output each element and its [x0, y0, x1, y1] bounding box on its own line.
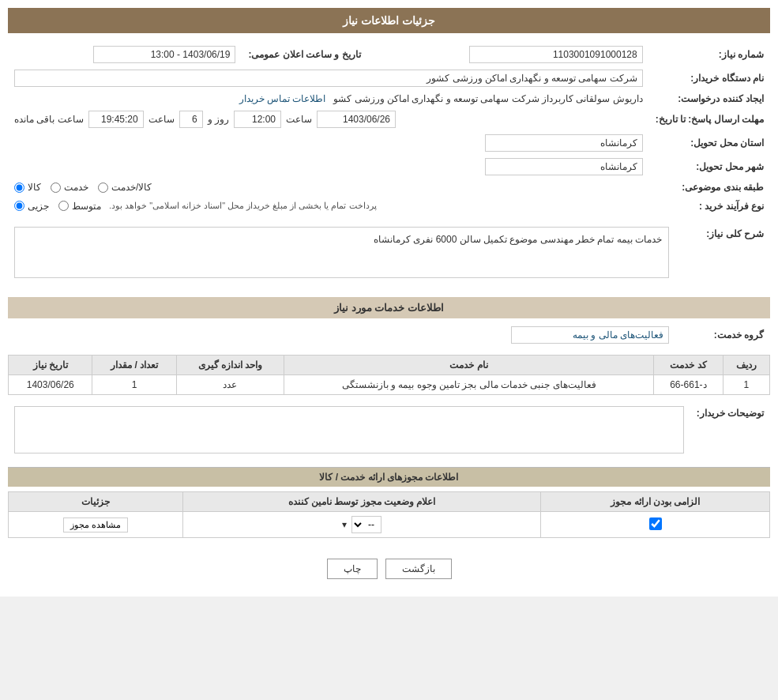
print-button[interactable]: چاپ [327, 559, 378, 579]
buttons-row: بازگشت چاپ [8, 549, 770, 589]
requester-link[interactable]: اطلاعات تماس خریدار [239, 93, 326, 104]
licenses-table: الزامی بودن ارائه مجوز اعلام وضعیت مجوز … [8, 491, 770, 538]
cell-row: 1 [723, 375, 769, 395]
remaining-label: ساعت [148, 114, 175, 125]
buyer-notes-input[interactable] [14, 406, 684, 453]
category-kala[interactable]: کالا [14, 182, 41, 193]
service-group-label: گروه خدمت: [675, 323, 770, 347]
cell-date: 1403/06/26 [9, 375, 92, 395]
lic-col-required: الزامی بودن ارائه مجوز [541, 492, 770, 512]
main-form-table: شماره نیاز: 1103001091000128 تاریخ و ساع… [8, 43, 770, 216]
cell-count: 1 [92, 375, 176, 395]
province-value: کرمانشاه [485, 134, 643, 152]
back-button[interactable]: بازگشت [385, 559, 452, 579]
cell-name: فعالیت‌های جنبی خدمات مالی بجز تامین وجو… [284, 375, 654, 395]
licenses-section-title: اطلاعات مجوزهای ارائه خدمت / کالا [8, 467, 770, 487]
days-label: روز و [208, 114, 229, 125]
city-label: شهر محل تحویل: [649, 155, 770, 179]
license-row: -- ▾ مشاهده مجوز [9, 512, 770, 538]
col-unit: واحد اندازه گیری [176, 356, 284, 375]
need-number-label: شماره نیاز: [649, 43, 770, 66]
cell-unit: عدد [176, 375, 284, 395]
col-date: تاریخ نیاز [9, 356, 92, 375]
deadline-label: مهلت ارسال پاسخ: تا تاریخ: [649, 107, 770, 131]
view-license-button[interactable]: مشاهده مجوز [63, 517, 128, 533]
lic-cell-status: -- ▾ [182, 512, 541, 538]
buyer-label: نام دستگاه خریدار: [649, 66, 770, 90]
buyer-value: شرکت سهامی توسعه و نگهداری اماکن ورزشی ک… [14, 70, 643, 87]
col-name: نام خدمت [284, 356, 654, 375]
deadline-date: 1403/06/26 [317, 111, 396, 128]
col-code: کد خدمت [654, 356, 724, 375]
category-label: طبقه بندی موضوعی: [649, 179, 770, 196]
lic-col-details: جزئیات [9, 492, 183, 512]
services-table: ردیف کد خدمت نام خدمت واحد اندازه گیری ت… [8, 355, 770, 395]
table-row: 1 د-661-66 فعالیت‌های جنبی خدمات مالی بج… [9, 375, 770, 395]
requester-label: ایجاد کننده درخواست: [649, 90, 770, 107]
city-value: کرمانشاه [485, 158, 643, 175]
col-count: تعداد / مقدار [92, 356, 176, 375]
services-section-title: اطلاعات خدمات مورد نیاز [8, 297, 770, 318]
chevron-icon: ▾ [342, 519, 347, 530]
province-label: استان محل تحویل: [649, 131, 770, 155]
remaining-time: 19:45:20 [88, 111, 144, 128]
page-title: جزئیات اطلاعات نیاز [8, 8, 770, 33]
service-group-table: گروه خدمت: فعالیت‌های مالی و بیمه [8, 323, 770, 347]
process-label: نوع فرآیند خرید : [649, 196, 770, 216]
need-number-value: 1103001091000128 [469, 46, 643, 63]
category-kala-khedmat[interactable]: کالا/خدمت [98, 182, 152, 193]
col-row: ردیف [723, 356, 769, 375]
lic-col-status: اعلام وضعیت مجوز توسط نامین کننده [182, 492, 541, 512]
description-table: شرح کلی نیاز: خدمات بیمه تمام خطر مهندسی… [8, 224, 770, 289]
date-value: 1403/06/19 - 13:00 [93, 46, 235, 63]
buyer-notes-label: توضیحات خریدار: [690, 403, 770, 459]
category-khedmat[interactable]: خدمت [51, 182, 88, 193]
requester-value: داریوش سولقانی کاربرداز شرکت سهامی توسعه… [333, 93, 642, 104]
process-note: پرداخت تمام یا بخشی از مبلغ خریداز محل "… [106, 199, 380, 213]
notes-table: توضیحات خریدار: [8, 403, 770, 459]
lic-cell-details: مشاهده مجوز [9, 512, 183, 538]
deadline-time: 12:00 [234, 111, 281, 128]
description-value: خدمات بیمه تمام خطر مهندسی موضوع تکمیل س… [374, 234, 662, 245]
description-box: خدمات بیمه تمام خطر مهندسی موضوع تکمیل س… [14, 227, 669, 278]
process-jozi[interactable]: جزیی [14, 201, 49, 212]
cell-code: د-661-66 [654, 375, 724, 395]
page-wrapper: جزئیات اطلاعات نیاز شماره نیاز: 11030010… [0, 0, 778, 597]
remaining-suffix: ساعت باقی مانده [14, 114, 84, 125]
service-group-value: فعالیت‌های مالی و بیمه [511, 326, 669, 344]
process-motaset[interactable]: متوسط [58, 201, 101, 212]
date-label: تاریخ و ساعت اعلان عمومی: [242, 43, 366, 66]
status-select[interactable]: -- [351, 516, 381, 533]
description-label: شرح کلی نیاز: [675, 224, 770, 289]
lic-cell-required [541, 512, 770, 538]
deadline-time-label: ساعت [286, 114, 312, 125]
deadline-days: 6 [179, 111, 203, 128]
required-checkbox[interactable] [649, 517, 662, 530]
